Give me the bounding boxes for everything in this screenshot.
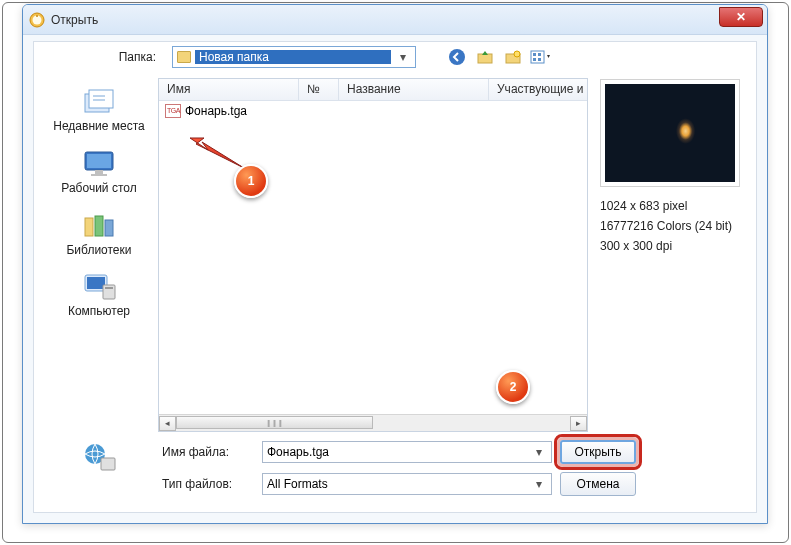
svg-rect-10 bbox=[533, 58, 536, 61]
listview-header: Имя № Название Участвующие и bbox=[159, 79, 587, 101]
scroll-track[interactable] bbox=[176, 416, 570, 431]
scroll-right-button[interactable]: ▸ bbox=[570, 416, 587, 431]
up-button[interactable] bbox=[474, 46, 496, 68]
recent-icon bbox=[81, 86, 117, 118]
scroll-left-button[interactable]: ◂ bbox=[159, 416, 176, 431]
callout-badge-1: 1 bbox=[234, 164, 268, 198]
filetype-combo[interactable]: All Formats ▾ bbox=[262, 473, 552, 495]
filename-value: Фонарь.tga bbox=[267, 445, 531, 459]
place-recent[interactable]: Недавние места bbox=[49, 82, 149, 138]
desktop-icon bbox=[81, 148, 117, 180]
svg-rect-22 bbox=[87, 277, 105, 289]
preview-thumbnail bbox=[600, 79, 740, 187]
place-libraries[interactable]: Библиотеки bbox=[49, 206, 149, 262]
close-icon: ✕ bbox=[736, 10, 746, 24]
app-icon bbox=[29, 12, 45, 28]
svg-rect-17 bbox=[91, 174, 107, 176]
place-label: Рабочий стол bbox=[61, 182, 136, 196]
preview-dimensions: 1024 x 683 pixel bbox=[600, 199, 750, 213]
filetype-label: Тип файлов: bbox=[162, 477, 254, 491]
computer-icon bbox=[81, 271, 117, 303]
place-label: Библиотеки bbox=[66, 244, 131, 258]
network-icon[interactable] bbox=[81, 440, 117, 472]
places-bar: Недавние места Рабочий стол Библиотеки bbox=[40, 78, 158, 432]
svg-rect-20 bbox=[105, 220, 113, 236]
horizontal-scrollbar: ◂ ▸ bbox=[159, 414, 587, 431]
svg-rect-13 bbox=[89, 90, 113, 108]
preview-image bbox=[605, 84, 735, 182]
place-computer[interactable]: Компьютер bbox=[49, 267, 149, 323]
back-button[interactable] bbox=[446, 46, 468, 68]
view-menu-icon bbox=[530, 48, 552, 66]
svg-rect-7 bbox=[531, 51, 544, 63]
new-folder-button[interactable] bbox=[502, 46, 524, 68]
svg-rect-24 bbox=[105, 287, 113, 289]
listview-body[interactable]: Фонарь.tga bbox=[159, 101, 587, 414]
filename-label: Имя файла: bbox=[162, 445, 254, 459]
col-title[interactable]: Название bbox=[339, 79, 489, 100]
svg-rect-15 bbox=[87, 154, 111, 168]
list-item[interactable]: Фонарь.tga bbox=[159, 101, 587, 121]
svg-rect-19 bbox=[95, 216, 103, 236]
svg-point-3 bbox=[449, 49, 465, 65]
cancel-button[interactable]: Отмена bbox=[560, 472, 636, 496]
place-label: Недавние места bbox=[53, 120, 144, 134]
folder-label: Папка: bbox=[34, 50, 166, 64]
close-button[interactable]: ✕ bbox=[719, 7, 763, 27]
folder-icon bbox=[177, 51, 191, 63]
filetype-value: All Formats bbox=[267, 477, 531, 491]
svg-point-2 bbox=[36, 15, 38, 17]
chevron-down-icon[interactable]: ▾ bbox=[531, 477, 547, 491]
preview-dpi: 300 x 300 dpi bbox=[600, 239, 750, 253]
svg-point-6 bbox=[514, 51, 520, 57]
svg-rect-18 bbox=[85, 218, 93, 236]
svg-rect-4 bbox=[478, 54, 492, 63]
tga-file-icon bbox=[165, 104, 181, 118]
preview-pane: 1024 x 683 pixel 16777216 Colors (24 bit… bbox=[600, 78, 750, 432]
folder-current: Новая папка bbox=[195, 50, 391, 64]
svg-rect-29 bbox=[101, 458, 115, 470]
svg-rect-11 bbox=[538, 58, 541, 61]
back-icon bbox=[448, 48, 466, 66]
folder-combo[interactable]: Новая папка ▾ bbox=[172, 46, 416, 68]
folder-row: Папка: Новая папка ▾ bbox=[34, 42, 756, 72]
view-menu-button[interactable] bbox=[530, 46, 552, 68]
col-participants[interactable]: Участвующие и bbox=[489, 79, 587, 100]
scroll-thumb[interactable] bbox=[176, 416, 373, 429]
up-folder-icon bbox=[476, 48, 494, 66]
place-label: Компьютер bbox=[68, 305, 130, 319]
filename-input[interactable]: Фонарь.tga ▾ bbox=[262, 441, 552, 463]
svg-rect-9 bbox=[538, 53, 541, 56]
col-name[interactable]: Имя bbox=[159, 79, 299, 100]
chevron-down-icon[interactable]: ▾ bbox=[531, 445, 547, 459]
file-name: Фонарь.tga bbox=[185, 104, 247, 118]
svg-rect-16 bbox=[95, 170, 103, 174]
new-folder-icon bbox=[504, 48, 522, 66]
svg-rect-8 bbox=[533, 53, 536, 56]
open-button[interactable]: Открыть bbox=[560, 440, 636, 464]
client-area: Папка: Новая папка ▾ bbox=[33, 41, 757, 513]
col-number[interactable]: № bbox=[299, 79, 339, 100]
open-dialog: Открыть ✕ Папка: Новая папка ▾ bbox=[22, 4, 768, 524]
place-desktop[interactable]: Рабочий стол bbox=[49, 144, 149, 200]
chevron-down-icon[interactable]: ▾ bbox=[395, 50, 411, 64]
titlebar: Открыть ✕ bbox=[23, 5, 767, 35]
preview-colors: 16777216 Colors (24 bit) bbox=[600, 219, 750, 233]
libraries-icon bbox=[81, 210, 117, 242]
callout-badge-2: 2 bbox=[496, 370, 530, 404]
window-title: Открыть bbox=[51, 13, 98, 27]
bottom-panel: Имя файла: Фонарь.tga ▾ Открыть Тип файл… bbox=[40, 440, 750, 502]
